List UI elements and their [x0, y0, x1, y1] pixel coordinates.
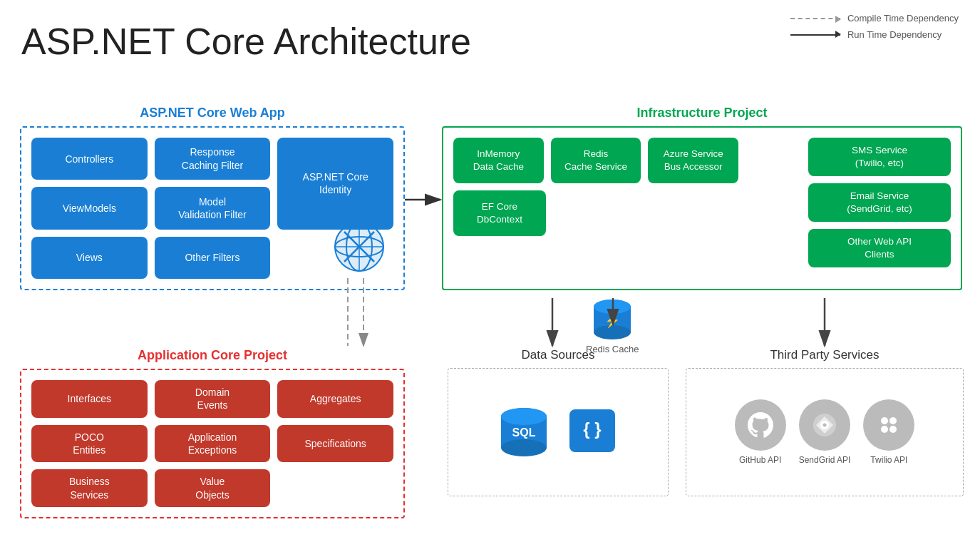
svg-point-24	[889, 417, 897, 424]
appcore-empty	[277, 469, 393, 507]
legend: Compile Time Dependency Run Time Depende…	[790, 13, 959, 40]
sendgrid-label: SendGrid API	[799, 455, 851, 465]
page-title: ASP.NET Core Architecture	[21, 20, 471, 63]
thirdparty-label: Third Party Services	[686, 348, 964, 362]
appcore-aggregates: Aggregates	[277, 380, 393, 418]
appcore-box: Interfaces DomainEvents Aggregates POCOE…	[20, 369, 405, 518]
webapp-other-filters: Other Filters	[155, 237, 271, 279]
appcore-specifications: Specifications	[277, 425, 393, 463]
infra-redis-service: RedisCache Service	[551, 138, 641, 183]
appcore-application-exceptions: ApplicationExceptions	[155, 425, 271, 463]
infra-row1: InMemoryData Cache RedisCache Service Az…	[453, 138, 738, 183]
svg-text:{ }: { }	[583, 419, 601, 439]
datasource-sql: SQL	[498, 404, 550, 461]
runtime-arrow-icon	[790, 34, 840, 36]
appcore-poco-entities: POCOEntities	[31, 425, 148, 463]
redis-cache-section: ⚡ Redis Cache	[586, 298, 639, 354]
svg-point-23	[881, 417, 888, 424]
infra-row2: EF CoreDbContext	[453, 190, 738, 236]
thirdparty-section: Third Party Services GitHub API SendGrid	[686, 348, 964, 525]
thirdparty-box: GitHub API SendGrid API	[686, 368, 964, 496]
infra-azure-bus: Azure ServiceBus Accessor	[648, 138, 738, 183]
webapp-response-caching: ResponseCaching Filter	[155, 138, 271, 180]
svg-text:SQL: SQL	[512, 426, 536, 439]
github-icon	[735, 399, 786, 451]
datasources-label: Data Sources	[448, 348, 669, 362]
datasource-nosql: { }	[567, 404, 618, 461]
webapp-controllers: Controllers	[31, 138, 148, 180]
infra-section: Infrastructure Project InMemoryData Cach…	[442, 106, 962, 298]
webapp-label: ASP.NET Core Web App	[20, 106, 405, 121]
thirdparty-github: GitHub API	[735, 399, 786, 465]
datasources-section: Data Sources SQL { }	[448, 348, 669, 525]
webapp-model-validation: ModelValidation Filter	[155, 187, 271, 229]
appcore-section: Application Core Project Interfaces Doma…	[20, 348, 405, 525]
aspnet-globe-icon	[334, 221, 385, 275]
compile-arrow-icon	[790, 18, 840, 19]
svg-point-15	[501, 439, 547, 456]
appcore-value-objects: ValueObjects	[155, 469, 271, 507]
webapp-views: Views	[31, 237, 148, 279]
infra-right-panel: SMS Service(Twilio, etc) Email Service(S…	[808, 138, 951, 267]
github-label: GitHub API	[739, 455, 781, 465]
infra-email-service: Email Service(SendGrid, etc)	[808, 183, 951, 222]
webapp-viewmodels: ViewModels	[31, 187, 148, 229]
infra-left-panel: InMemoryData Cache RedisCache Service Az…	[453, 138, 738, 236]
svg-point-26	[889, 426, 897, 433]
infra-label: Infrastructure Project	[442, 106, 962, 121]
infra-sms-service: SMS Service(Twilio, etc)	[808, 138, 951, 176]
infra-inmemory-cache: InMemoryData Cache	[453, 138, 544, 183]
redis-icon: ⚡	[592, 298, 632, 341]
thirdparty-twilio: Twilio API	[863, 399, 914, 465]
infra-other-webapi: Other Web APIClients	[808, 229, 951, 267]
twilio-icon	[863, 399, 914, 451]
thirdparty-sendgrid: SendGrid API	[799, 399, 851, 465]
appcore-business-services: BusinessServices	[31, 469, 148, 507]
svg-text:⚡: ⚡	[604, 313, 621, 329]
appcore-interfaces: Interfaces	[31, 380, 148, 418]
infra-box: InMemoryData Cache RedisCache Service Az…	[442, 126, 962, 290]
runtime-label: Run Time Dependency	[847, 29, 942, 40]
legend-runtime: Run Time Dependency	[790, 29, 959, 40]
sql-icon: SQL	[498, 404, 550, 461]
twilio-label: Twilio API	[870, 455, 907, 465]
datasources-box: SQL { }	[448, 368, 669, 496]
appcore-domain-events: DomainEvents	[155, 380, 271, 418]
appcore-label: Application Core Project	[20, 348, 405, 363]
infra-ef-core: EF CoreDbContext	[453, 190, 546, 236]
svg-point-11	[594, 300, 631, 314]
svg-point-16	[501, 408, 547, 425]
legend-compile: Compile Time Dependency	[790, 13, 959, 24]
svg-point-22	[823, 424, 827, 427]
svg-point-25	[881, 426, 888, 433]
compile-label: Compile Time Dependency	[847, 13, 959, 24]
sendgrid-icon	[799, 399, 850, 451]
webapp-aspnet-identity: ASP.NET CoreIdentity	[277, 138, 393, 230]
nosql-icon: { }	[567, 404, 618, 461]
